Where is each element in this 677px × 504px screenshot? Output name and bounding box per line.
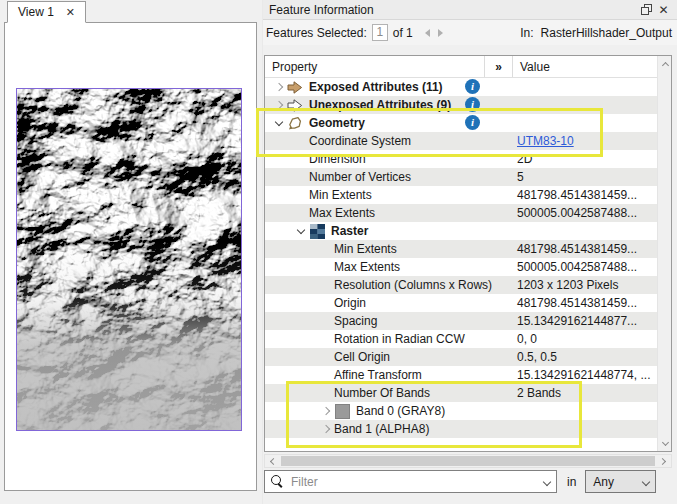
feature-count-label: of 1 <box>393 26 413 40</box>
table-row[interactable]: Number of Vertices 5 <box>265 168 657 186</box>
property-label: Band 1 (ALPHA8) <box>334 422 429 436</box>
band-swatch-icon <box>334 403 350 419</box>
table-row[interactable]: Affine Transform 15.134291621448774, ... <box>265 366 657 384</box>
info-icon[interactable]: i <box>465 97 480 112</box>
table-row[interactable]: Cell Origin 0.5, 0.5 <box>265 348 657 366</box>
expander-icon <box>317 384 334 402</box>
value-cell: 5 <box>517 168 524 186</box>
feature-information-panel: Feature Information ✕ Features Selected:… <box>263 0 677 504</box>
expander-icon <box>317 312 334 330</box>
vertical-scrollbar[interactable] <box>657 56 671 451</box>
table-header-row: Property » Value <box>265 56 657 78</box>
column-header-expand[interactable]: » <box>485 56 513 77</box>
expander-icon[interactable] <box>317 420 334 438</box>
table-row[interactable]: Max Extents 500005.0042587488... <box>265 204 657 222</box>
feature-source: In: RasterHillshader_Output <box>520 26 674 40</box>
property-label: Max Extents <box>309 206 375 220</box>
raster-icon <box>309 223 325 239</box>
exposed-attributes-icon <box>287 79 303 95</box>
feature-type-name: RasterHillshader_Output <box>541 26 672 40</box>
coordinate-system-link[interactable]: UTM83-10 <box>517 134 574 148</box>
table-row[interactable]: Raster <box>265 222 657 240</box>
scroll-left-icon[interactable] <box>265 454 279 468</box>
view-panel: View 1 ✕ <box>0 0 262 504</box>
features-selected-label: Features Selected: <box>266 26 367 40</box>
value-cell: 2 Bands <box>517 384 561 402</box>
expander-icon <box>317 330 334 348</box>
scroll-down-icon[interactable] <box>658 436 672 451</box>
property-label: Coordinate System <box>309 134 411 148</box>
expander-icon[interactable] <box>317 402 334 420</box>
table-row[interactable]: Coordinate System UTM83-10 <box>265 132 657 150</box>
filter-scope-value: Any <box>593 475 614 489</box>
next-feature-icon[interactable] <box>438 29 443 37</box>
property-label: Rotation in Radian CCW <box>334 332 465 346</box>
map-view-canvas[interactable] <box>4 22 257 491</box>
expander-icon <box>317 294 334 312</box>
table-row[interactable]: Max Extents 500005.0042587488... <box>265 258 657 276</box>
table-row[interactable]: Number Of Bands 2 Bands <box>265 384 657 402</box>
info-icon[interactable]: i <box>465 79 480 94</box>
value-cell: 481798.4514381459... <box>517 294 637 312</box>
horizontal-scrollbar-thumb[interactable] <box>281 456 655 466</box>
scroll-up-icon[interactable] <box>658 56 672 71</box>
expander-icon <box>317 258 334 276</box>
filter-dropdown-chevron-icon[interactable] <box>543 478 551 486</box>
column-header-value[interactable]: Value <box>513 56 657 77</box>
expander-icon <box>292 132 309 150</box>
property-label: Dimension <box>309 152 366 166</box>
property-label: Origin <box>334 296 366 310</box>
table-row[interactable]: Origin 481798.4514381459... <box>265 294 657 312</box>
panel-title: Feature Information <box>269 3 638 17</box>
expander-icon[interactable] <box>292 222 309 240</box>
property-label: Cell Origin <box>334 350 390 364</box>
value-cell: 1203 x 1203 Pixels <box>517 276 618 294</box>
table-row[interactable]: Geometry i <box>265 114 657 132</box>
table-row[interactable]: Exposed Attributes (11) i <box>265 78 657 96</box>
table-row[interactable]: Unexposed Attributes (9) i <box>265 96 657 114</box>
table-row[interactable]: Spacing 15.13429162144877... <box>265 312 657 330</box>
value-cell: 481798.4514381459... <box>517 186 637 204</box>
value-cell: 500005.0042587488... <box>517 204 637 222</box>
valley-flat-area <box>17 242 241 430</box>
table-row[interactable]: Min Extents 481798.4514381459... <box>265 186 657 204</box>
value-cell: 15.13429162144877... <box>517 312 637 330</box>
tab-close-icon[interactable]: ✕ <box>66 6 75 19</box>
filter-scope-select[interactable]: Any <box>585 470 656 493</box>
property-label: Number of Vertices <box>309 170 411 184</box>
expander-icon[interactable] <box>270 96 287 114</box>
info-icon[interactable]: i <box>465 115 480 130</box>
expander-icon[interactable] <box>270 78 287 96</box>
previous-feature-icon[interactable] <box>425 29 430 37</box>
table-row[interactable]: Dimension 2D <box>265 150 657 168</box>
scroll-right-icon[interactable] <box>657 454 671 468</box>
horizontal-scrollbar[interactable] <box>264 454 672 468</box>
feature-index-input[interactable]: 1 <box>372 24 388 41</box>
property-label: Exposed Attributes (11) <box>309 80 443 94</box>
close-panel-icon[interactable]: ✕ <box>655 2 672 18</box>
scope-dropdown-chevron-icon <box>642 478 650 486</box>
property-label: Min Extents <box>309 188 372 202</box>
expander-icon <box>292 168 309 186</box>
panel-header: Feature Information ✕ <box>263 0 677 20</box>
table-row[interactable]: Min Extents 481798.4514381459... <box>265 240 657 258</box>
value-cell: 2D <box>517 150 532 168</box>
expander-icon <box>317 240 334 258</box>
property-label: Max Extents <box>334 260 400 274</box>
value-cell: 481798.4514381459... <box>517 240 637 258</box>
unexposed-attributes-icon <box>287 97 303 113</box>
table-row[interactable]: Rotation in Radian CCW 0, 0 <box>265 330 657 348</box>
table-row[interactable]: Band 0 (GRAY8) <box>265 402 657 420</box>
float-window-icon[interactable] <box>638 2 655 18</box>
expander-icon[interactable] <box>270 114 287 132</box>
table-row[interactable]: Resolution (Columns x Rows) 1203 x 1203 … <box>265 276 657 294</box>
value-cell: 0, 0 <box>517 330 537 348</box>
value-cell: UTM83-10 <box>517 132 574 150</box>
tab-view-1[interactable]: View 1 ✕ <box>7 1 86 23</box>
expander-icon <box>317 348 334 366</box>
filter-input[interactable]: Filter <box>264 470 557 493</box>
table-row[interactable]: Band 1 (ALPHA8) <box>265 420 657 438</box>
column-header-property[interactable]: Property <box>265 56 485 77</box>
property-label: Band 0 (GRAY8) <box>356 404 445 418</box>
filter-in-label: in <box>567 475 576 489</box>
